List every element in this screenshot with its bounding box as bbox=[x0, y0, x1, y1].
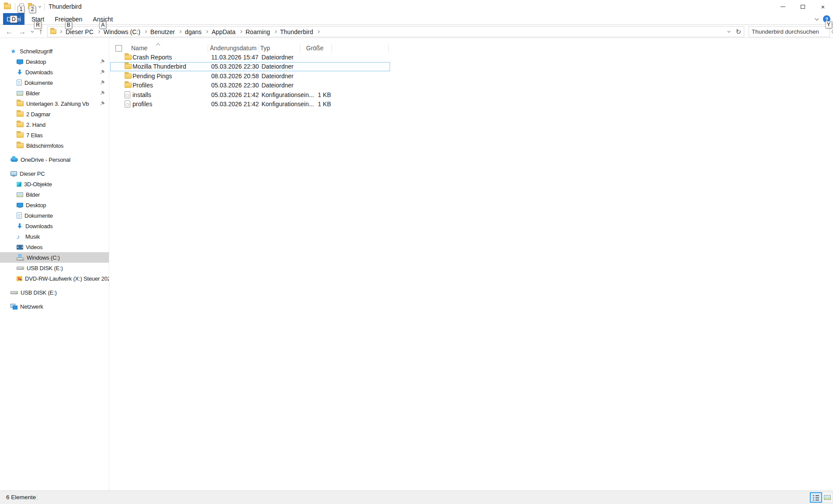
file-row-installs[interactable]: installs05.03.2026 21:42Konfigurationsei… bbox=[110, 90, 390, 100]
document-icon bbox=[17, 80, 22, 86]
file-row-pending-pings[interactable]: Pending Pings08.03.2026 20:58Dateiordner bbox=[110, 71, 390, 81]
tab-datei[interactable]: DateiD bbox=[3, 13, 24, 25]
chevron-right-icon[interactable] bbox=[59, 30, 62, 33]
sidebar-item-2-hand[interactable]: 2. Hand bbox=[0, 119, 109, 130]
file-row-crash-reports[interactable]: Crash Reports11.03.2026 15:47Dateiordner bbox=[110, 52, 390, 62]
breadcrumb-item-roaming[interactable]: Roaming bbox=[246, 28, 270, 35]
sidebar-item-onedrive-personal[interactable]: OneDrive - Personal bbox=[0, 154, 109, 165]
sidebar-item-2-dagmar[interactable]: 2 Dagmar bbox=[0, 109, 109, 119]
file-type: Dateiordner bbox=[261, 54, 307, 61]
sidebar-item-bilder[interactable]: Bilder bbox=[0, 88, 109, 98]
thumbnails-view-icon bbox=[824, 495, 831, 500]
sidebar-item-downloads[interactable]: Downloads bbox=[0, 221, 109, 231]
document-icon bbox=[17, 212, 22, 219]
sidebar-item-schnellzugriff[interactable]: Schnellzugriff bbox=[0, 46, 109, 56]
file-date: 05.03.2026 22:30 bbox=[211, 82, 261, 89]
breadcrumb-item-dgans[interactable]: dgans bbox=[185, 28, 202, 35]
sidebar-item-label: Bilder bbox=[26, 90, 40, 97]
chevron-right-icon[interactable] bbox=[239, 30, 242, 33]
column-header-size[interactable]: Größe bbox=[306, 45, 324, 52]
thumbnails-view-button[interactable] bbox=[823, 494, 832, 501]
back-button[interactable]: ← bbox=[3, 25, 15, 38]
chevron-right-icon[interactable] bbox=[97, 30, 100, 33]
chevron-right-icon[interactable] bbox=[178, 30, 181, 33]
sidebar-item-3d-objekte[interactable]: 3D-Objekte bbox=[0, 179, 109, 189]
search-input[interactable] bbox=[749, 28, 832, 35]
breadcrumb-item-benutzer[interactable]: Benutzer bbox=[150, 28, 175, 35]
column-divider[interactable] bbox=[258, 44, 259, 53]
column-divider[interactable] bbox=[208, 44, 208, 53]
star-icon bbox=[10, 48, 17, 54]
tab-start[interactable]: StartR bbox=[28, 13, 48, 25]
column-header-name[interactable]: Name bbox=[131, 45, 147, 52]
minimize-icon bbox=[781, 7, 785, 7]
sidebar-item-desktop[interactable]: Desktop bbox=[0, 56, 109, 67]
details-view-button[interactable] bbox=[810, 492, 822, 503]
minimize-button[interactable] bbox=[773, 0, 793, 13]
breadcrumb-item-appdata[interactable]: AppData bbox=[212, 28, 235, 35]
file-name: Pending Pings bbox=[132, 73, 211, 80]
sidebar-item-label: Dieser PC bbox=[20, 170, 45, 177]
refresh-icon[interactable]: ↻ bbox=[735, 28, 741, 35]
tab-freigeben[interactable]: FreigebenB bbox=[51, 13, 86, 25]
file-row-profiles[interactable]: Profiles05.03.2026 22:30Dateiordner bbox=[110, 81, 390, 90]
sidebar-item-windows-c[interactable]: Windows (C:) bbox=[0, 252, 109, 263]
sidebar-item-7-elias[interactable]: 7 Elias bbox=[0, 130, 109, 140]
column-divider[interactable] bbox=[300, 44, 300, 53]
file-date: 05.03.2026 22:30 bbox=[211, 63, 261, 70]
qat-customize-chevron-icon[interactable] bbox=[38, 4, 41, 7]
file-row-mozilla-thunderbird[interactable]: Mozilla Thunderbird05.03.2026 22:30Datei… bbox=[110, 62, 390, 72]
column-header-date[interactable]: Änderungsdatum bbox=[210, 45, 257, 52]
sidebar-item-videos[interactable]: Videos bbox=[0, 242, 109, 252]
chevron-right-icon[interactable] bbox=[144, 30, 147, 33]
status-bar: 6 Elemente bbox=[0, 490, 833, 504]
sidebar-item-dvd-rw-laufwerk-x-steuer-2026[interactable]: DVD-RW-Laufwerk (X:) Steuer 2026 bbox=[0, 273, 109, 284]
sidebar-item-label: Schnellzugriff bbox=[20, 48, 52, 55]
column-header-type[interactable]: Typ bbox=[260, 45, 270, 52]
sidebar-item-label: OneDrive - Personal bbox=[21, 156, 70, 163]
sidebar-item-musik[interactable]: Musik bbox=[0, 231, 109, 242]
ribbon-right-controls: Y bbox=[809, 13, 830, 25]
navigation-pane: SchnellzugriffDesktopDownloadsDokumenteB… bbox=[0, 38, 109, 490]
breadcrumb-item-thunderbird[interactable]: Thunderbird bbox=[280, 28, 314, 35]
sidebar-item-downloads[interactable]: Downloads bbox=[0, 67, 109, 77]
sidebar-item-dokumente[interactable]: Dokumente bbox=[0, 77, 109, 88]
file-size: 1 KB bbox=[307, 91, 331, 98]
address-dropdown-chevron-icon[interactable] bbox=[728, 30, 731, 33]
sidebar-item-bilder[interactable]: Bilder bbox=[0, 189, 109, 200]
chevron-right-icon[interactable] bbox=[317, 30, 320, 33]
sidebar-item-unterlagen-3-zahlung-vb[interactable]: Unterlagen 3. Zahlung Vb bbox=[0, 98, 109, 109]
sidebar-item-desktop[interactable]: Desktop bbox=[0, 200, 109, 210]
chevron-right-icon[interactable] bbox=[205, 30, 208, 33]
column-divider[interactable] bbox=[388, 44, 389, 53]
sidebar-section: USB DISK (E:) bbox=[0, 287, 109, 298]
explorer-window: Thunderbird 1 2 × DateiDStartRFreigebenB… bbox=[0, 0, 833, 504]
select-all-checkbox[interactable] bbox=[115, 45, 122, 52]
sidebar-item-bildschirmfotos[interactable]: Bildschirmfotos bbox=[0, 140, 109, 151]
sidebar-item-netzwerk[interactable]: Netzwerk bbox=[0, 301, 109, 312]
search-box bbox=[749, 26, 830, 37]
sidebar-item-usb-disk-e[interactable]: USB DISK (E:) bbox=[0, 287, 109, 298]
column-divider[interactable] bbox=[331, 44, 332, 53]
row-icon-slot bbox=[125, 55, 132, 60]
chevron-right-icon[interactable] bbox=[273, 30, 276, 33]
file-date: 11.03.2026 15:47 bbox=[211, 54, 261, 61]
sidebar-item-usb-disk-e[interactable]: USB DISK (E:) bbox=[0, 263, 109, 273]
maximize-button[interactable] bbox=[793, 0, 813, 13]
breadcrumb-item-windows-c[interactable]: Windows (C:) bbox=[104, 28, 140, 35]
forward-button[interactable]: → bbox=[17, 25, 28, 38]
folder-icon bbox=[17, 101, 24, 106]
expand-ribbon-chevron-icon[interactable] bbox=[815, 16, 819, 21]
location-folder-icon bbox=[50, 29, 56, 34]
sidebar-item-dokumente[interactable]: Dokumente bbox=[0, 210, 109, 221]
tab-ansicht[interactable]: AnsichtA bbox=[89, 13, 116, 25]
item-count: 6 Elemente bbox=[6, 491, 36, 504]
breadcrumb-item-dieser-pc[interactable]: Dieser PC bbox=[66, 28, 94, 35]
close-button[interactable]: × bbox=[813, 0, 833, 13]
address-bar[interactable]: Dieser PCWindows (C:)BenutzerdgansAppDat… bbox=[47, 26, 744, 37]
file-type: Dateiordner bbox=[261, 63, 307, 70]
keytip-1: 1 bbox=[17, 6, 24, 13]
sidebar-item-dieser-pc[interactable]: Dieser PC bbox=[0, 168, 109, 179]
file-row-profiles[interactable]: profiles05.03.2026 21:42Konfigurationsei… bbox=[110, 100, 390, 109]
drive-icon bbox=[17, 267, 24, 270]
